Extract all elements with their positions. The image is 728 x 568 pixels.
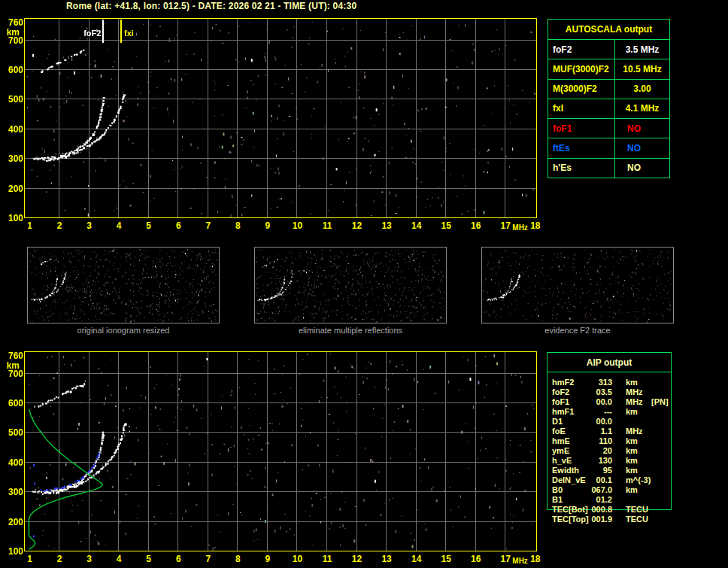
aip-row: hmE110km bbox=[548, 436, 672, 445]
mhz-axis-unit: MHz bbox=[512, 557, 528, 565]
x-tick-label: 4 bbox=[110, 220, 128, 231]
aip-param-unit: km bbox=[626, 485, 638, 494]
aip-param-unit: km bbox=[626, 378, 638, 387]
aip-param-value: 20 bbox=[567, 446, 612, 455]
fof2-marker-line bbox=[102, 20, 104, 43]
x-tick-label: 13 bbox=[378, 554, 396, 564]
autoscala-param-label: h'Es bbox=[548, 159, 615, 178]
x-tick-label: 2 bbox=[50, 220, 68, 231]
y-tick-label: 500 bbox=[0, 427, 23, 438]
aip-param-value: --- bbox=[567, 407, 612, 416]
aip-param-unit: MHz bbox=[626, 397, 643, 406]
thumbnail-original-ionogram bbox=[27, 247, 220, 323]
x-tick-label: 15 bbox=[437, 554, 455, 564]
y-tick-label: 100 bbox=[0, 546, 23, 557]
x-tick-label: 16 bbox=[467, 554, 485, 564]
y-tick-label: 760 bbox=[0, 351, 23, 361]
mhz-axis-unit: MHz bbox=[512, 223, 528, 232]
aip-param-value: 313 bbox=[567, 378, 612, 387]
autoscala-param-label: M(3000)F2 bbox=[548, 80, 615, 99]
x-tick-label: 13 bbox=[378, 220, 396, 231]
aip-param-unit: km bbox=[626, 466, 638, 475]
x-tick-label: 9 bbox=[259, 220, 277, 231]
bottom-ionogram-canvas bbox=[25, 352, 536, 551]
autoscala-table: AUTOSCALA output foF23.5 MHzMUF(3000)F21… bbox=[548, 19, 670, 178]
aip-param-unit: m^(-3) bbox=[626, 475, 651, 484]
aip-param-unit: MHz bbox=[626, 427, 643, 436]
x-tick-label: 5 bbox=[140, 220, 158, 231]
aip-param-value: 00.0 bbox=[567, 397, 612, 406]
aip-param-unit: km bbox=[626, 407, 638, 416]
aip-param-value: 01.2 bbox=[567, 495, 612, 504]
y-tick-label: 300 bbox=[0, 487, 23, 497]
aip-param-value: 067.0 bbox=[567, 485, 612, 494]
aip-param-value: 130 bbox=[567, 456, 612, 465]
x-tick-label: 8 bbox=[229, 220, 247, 231]
y-tick-label: 700 bbox=[0, 369, 23, 379]
autoscala-row: foF23.5 MHz bbox=[548, 40, 669, 59]
aip-table: AIP output hmF2313kmfoF203.5MHzfoF100.0M… bbox=[547, 352, 672, 510]
x-tick-label: 1 bbox=[21, 220, 39, 231]
ionogram-analysis-window: Rome (lat: +41.8, lon: 012.5) - DATE: 20… bbox=[0, 0, 728, 568]
autoscala-row: ftEsNO bbox=[548, 138, 669, 158]
x-tick-label: 3 bbox=[80, 554, 99, 564]
x-tick-label: 11 bbox=[318, 220, 336, 231]
aip-param-unit: TECU bbox=[626, 505, 648, 514]
x-tick-label: 11 bbox=[318, 554, 336, 564]
autoscala-param-value: NO bbox=[615, 138, 669, 157]
aip-param-value: 1.1 bbox=[567, 427, 612, 436]
aip-param-unit: km bbox=[626, 436, 638, 445]
autoscala-row: foF1NO bbox=[548, 119, 669, 138]
y-tick-label: 600 bbox=[0, 398, 23, 409]
x-tick-label: 18 bbox=[526, 220, 544, 231]
autoscala-row: h'EsNO bbox=[548, 159, 669, 178]
x-tick-label: 15 bbox=[437, 220, 455, 231]
thumbnail-caption: original ionogram resized bbox=[27, 326, 220, 335]
y-tick-label: 200 bbox=[0, 517, 23, 527]
thumbnail-original-canvas bbox=[28, 248, 219, 323]
x-tick-label: 10 bbox=[288, 554, 306, 564]
x-tick-label: 16 bbox=[467, 220, 485, 231]
fof2-marker-label: foF2 bbox=[77, 29, 101, 38]
autoscala-param-label: foF2 bbox=[548, 40, 615, 59]
autoscala-param-label: ftEs bbox=[548, 138, 615, 157]
autoscala-param-label: MUF(3000)F2 bbox=[548, 59, 615, 78]
aip-param-value: 95 bbox=[567, 466, 612, 475]
autoscala-param-label: foF1 bbox=[548, 119, 615, 138]
aip-row: ymE20km bbox=[548, 446, 672, 455]
aip-row: TEC[Top]001.9TECU bbox=[548, 515, 672, 524]
thumbnail-evidence-canvas bbox=[482, 248, 673, 323]
x-tick-label: 18 bbox=[526, 554, 544, 564]
y-tick-label: 760 bbox=[0, 17, 23, 28]
x-tick-label: 7 bbox=[199, 220, 217, 231]
autoscala-row: fxI4.1 MHz bbox=[548, 99, 669, 119]
x-tick-label: 6 bbox=[169, 220, 187, 231]
aip-param-value: 00.0 bbox=[567, 417, 612, 426]
y-tick-label: 500 bbox=[0, 94, 23, 105]
top-ionogram-canvas bbox=[25, 19, 536, 217]
aip-param-unit: TECU bbox=[626, 515, 648, 524]
aip-param-value: 110 bbox=[567, 436, 612, 445]
top-ionogram-plot bbox=[24, 18, 537, 218]
x-tick-label: 8 bbox=[229, 554, 247, 564]
autoscala-param-value: 3.00 bbox=[615, 80, 669, 99]
fxi-marker-line bbox=[120, 20, 122, 43]
x-tick-label: 14 bbox=[408, 220, 426, 231]
autoscala-param-value: NO bbox=[615, 119, 669, 138]
aip-param-unit: MHz bbox=[626, 387, 643, 396]
x-tick-label: 7 bbox=[199, 554, 217, 564]
x-tick-label: 10 bbox=[288, 220, 306, 231]
thumbnail-caption: eliminate multiple reflections bbox=[254, 326, 447, 335]
autoscala-param-value: 4.1 MHz bbox=[615, 99, 669, 118]
aip-param-value: 00.1 bbox=[567, 475, 612, 484]
y-tick-label: 600 bbox=[0, 65, 23, 75]
aip-row: foE1.1MHz bbox=[548, 427, 672, 436]
aip-param-note: [PN] bbox=[651, 397, 669, 406]
bottom-ionogram-plot bbox=[24, 351, 537, 551]
aip-param-value: 03.5 bbox=[567, 387, 612, 396]
aip-param-unit: km bbox=[626, 456, 638, 465]
aip-table-header: AIP output bbox=[548, 353, 671, 372]
fxi-marker-label: fxi bbox=[124, 29, 134, 38]
aip-param-label: B0 bbox=[552, 485, 563, 494]
aip-row: B101.2 bbox=[548, 495, 672, 504]
